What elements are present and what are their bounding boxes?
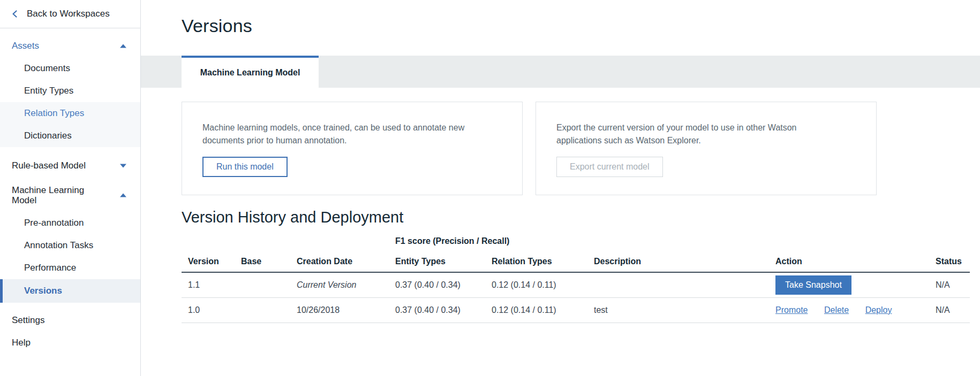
spacer-cell (182, 232, 389, 251)
relation-types-label: Relation Types (24, 108, 84, 119)
delete-link[interactable]: Delete (824, 305, 849, 314)
relation-f1-cell: 0.12 (0.14 / 0.11) (485, 272, 587, 297)
col-header-description: Description (587, 251, 769, 272)
versions-label: Versions (24, 286, 62, 296)
col-header-status: Status (929, 251, 970, 272)
caret-up-icon (120, 194, 126, 197)
action-cell: Take Snapshot (769, 272, 929, 297)
assets-label: Assets (12, 41, 39, 51)
settings-label: Settings (12, 315, 44, 326)
relation-f1-cell: 0.12 (0.14 / 0.11) (485, 297, 587, 323)
caret-up-icon (120, 44, 126, 48)
sidebar-item-performance[interactable]: Performance (0, 257, 140, 279)
help-label: Help (12, 337, 31, 348)
export-current-model-button[interactable]: Export current model (556, 157, 663, 177)
action-cell: Promote Delete Deploy (769, 297, 929, 323)
creation-date-cell: 10/26/2018 (290, 297, 389, 323)
status-cell: N/A (929, 297, 970, 323)
col-header-base: Base (235, 251, 290, 272)
f1-group-header-row: F1 score (Precision / Recall) (182, 232, 970, 251)
export-model-description: Export the current version of your model… (556, 121, 824, 147)
take-snapshot-button[interactable]: Take Snapshot (775, 275, 851, 295)
version-cell: 1.0 (182, 297, 235, 323)
col-header-action: Action (769, 251, 929, 272)
version-row-1-0: 1.0 10/26/2018 0.37 (0.40 / 0.34) 0.12 (… (182, 297, 970, 323)
machine-learning-model-label: Machine Learning Model (12, 185, 110, 205)
version-history-table: F1 score (Precision / Recall) Version Ba… (182, 232, 970, 323)
back-to-workspaces-link[interactable]: Back to Workspaces (0, 0, 140, 28)
sidebar-nav: Assets Documents Entity Types Relation T… (0, 35, 140, 354)
sidebar-section-rule-based-model[interactable]: Rule-based Model (0, 155, 140, 177)
creation-date-cell: Current Version (290, 272, 389, 297)
pre-annotation-label: Pre-annotation (24, 218, 84, 228)
dictionaries-label: Dictionaries (24, 131, 72, 141)
sidebar-item-relation-types[interactable]: Relation Types (0, 102, 140, 125)
f1-score-group-header: F1 score (Precision / Recall) (389, 232, 587, 251)
sidebar-item-annotation-tasks[interactable]: Annotation Tasks (0, 234, 140, 257)
sidebar-section-assets[interactable]: Assets (0, 35, 140, 57)
rule-based-model-label: Rule-based Model (12, 160, 86, 171)
documents-label: Documents (24, 63, 70, 74)
main-content: Versions Machine Learning Model Machine … (141, 0, 980, 376)
description-cell: test (587, 297, 769, 323)
base-cell (235, 297, 290, 323)
sidebar-item-settings[interactable]: Settings (0, 309, 140, 332)
description-cell (587, 272, 769, 297)
sidebar: Back to Workspaces Assets Documents Enti… (0, 0, 141, 376)
deploy-link[interactable]: Deploy (865, 305, 892, 314)
entity-f1-cell: 0.37 (0.40 / 0.34) (389, 272, 485, 297)
tab-machine-learning-model[interactable]: Machine Learning Model (182, 56, 319, 88)
app-root: Back to Workspaces Assets Documents Enti… (0, 0, 980, 376)
chevron-left-icon (11, 10, 19, 18)
caret-down-icon (120, 164, 126, 168)
annotation-tasks-label: Annotation Tasks (24, 240, 93, 251)
base-cell (235, 272, 290, 297)
action-cards: Machine learning models, once trained, c… (182, 102, 970, 195)
versions-content: Machine learning models, once trained, c… (141, 102, 980, 323)
tab-label: Machine Learning Model (200, 68, 300, 78)
promote-link[interactable]: Promote (775, 305, 808, 314)
tab-bar: Machine Learning Model (141, 56, 980, 88)
entity-types-label: Entity Types (24, 86, 73, 96)
sidebar-item-versions[interactable]: Versions (0, 279, 140, 303)
back-to-workspaces-label: Back to Workspaces (27, 9, 110, 19)
col-header-entity-types: Entity Types (389, 251, 485, 272)
sidebar-item-pre-annotation[interactable]: Pre-annotation (0, 212, 140, 234)
sidebar-item-documents[interactable]: Documents (0, 57, 140, 80)
run-model-description: Machine learning models, once trained, c… (202, 121, 492, 147)
version-cell: 1.1 (182, 272, 235, 297)
version-row-1-1: 1.1 Current Version 0.37 (0.40 / 0.34) 0… (182, 272, 970, 297)
col-header-version: Version (182, 251, 235, 272)
status-cell: N/A (929, 272, 970, 297)
run-this-model-button[interactable]: Run this model (202, 157, 288, 177)
version-history-heading: Version History and Deployment (182, 207, 970, 227)
performance-label: Performance (24, 263, 76, 273)
sidebar-item-dictionaries[interactable]: Dictionaries (0, 125, 140, 147)
export-model-card: Export the current version of your model… (536, 102, 877, 195)
sidebar-item-help[interactable]: Help (0, 332, 140, 354)
run-model-card: Machine learning models, once trained, c… (182, 102, 523, 195)
col-header-relation-types: Relation Types (485, 251, 587, 272)
entity-f1-cell: 0.37 (0.40 / 0.34) (389, 297, 485, 323)
col-header-creation-date: Creation Date (290, 251, 389, 272)
sidebar-item-entity-types[interactable]: Entity Types (0, 80, 140, 102)
spacer-cell (587, 232, 970, 251)
sidebar-section-machine-learning-model[interactable]: Machine Learning Model (0, 180, 140, 210)
page-title: Versions (182, 14, 980, 37)
column-header-row: Version Base Creation Date Entity Types … (182, 251, 970, 272)
